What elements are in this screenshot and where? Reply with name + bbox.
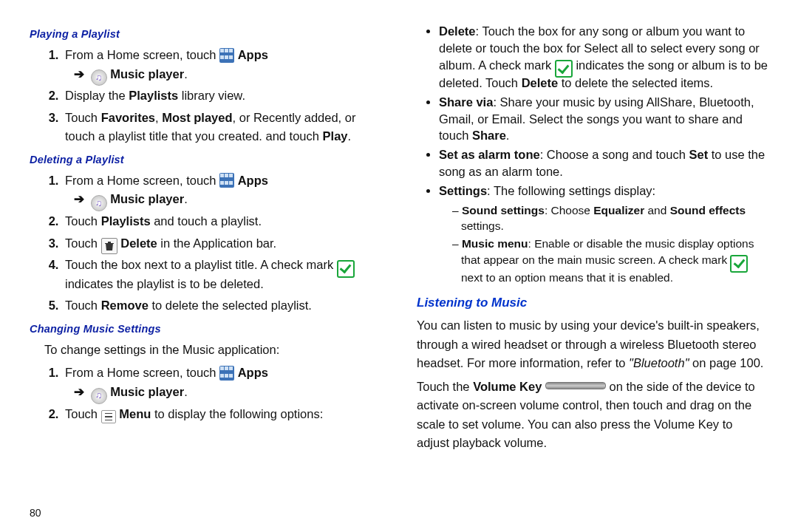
heading-listening: Listening to Music — [417, 296, 768, 310]
bullet-delete: Delete: Touch the box for any song or al… — [439, 23, 768, 92]
bullet-alarm: Set as alarm tone: Choose a song and tou… — [439, 146, 768, 180]
check-icon — [337, 260, 355, 278]
options-bullets: Delete: Touch the box for any song or al… — [417, 23, 768, 285]
settings-sublist: Sound settings: Choose Equalizer and Sou… — [439, 202, 768, 286]
apps-icon — [219, 173, 234, 188]
left-column: Playing a Playlist From a Home screen, t… — [30, 21, 381, 457]
music-icon: ♫ — [91, 388, 107, 404]
trash-icon — [101, 238, 117, 254]
arrow-icon: ➔ — [74, 192, 84, 205]
heading-deleting: Deleting a Playlist — [30, 154, 381, 166]
step: Touch Favorites, Most played, or Recentl… — [62, 109, 381, 146]
step: Touch the box next to a playlist title. … — [62, 256, 381, 293]
deleting-steps: From a Home screen, touch Apps ➔ ♫ Music… — [30, 171, 381, 316]
playing-steps: From a Home screen, touch Apps ➔ ♫ Music… — [30, 46, 381, 146]
changing-intro: To change settings in the Music applicat… — [30, 341, 381, 360]
step: Touch Menu to display the following opti… — [62, 405, 381, 424]
heading-playing: Playing a Playlist — [30, 28, 381, 40]
listening-p1: You can listen to music by using your de… — [417, 316, 768, 373]
dash-sound: Sound settings: Choose Equalizer and Sou… — [452, 202, 768, 234]
arrow-icon: ➔ — [74, 385, 84, 398]
music-icon: ♫ — [91, 195, 107, 211]
check-icon — [555, 60, 573, 78]
check-icon — [730, 255, 748, 273]
music-icon: ♫ — [91, 69, 107, 86]
heading-changing: Changing Music Settings — [30, 323, 381, 335]
bullet-share: Share via: Share your music by using All… — [439, 94, 768, 144]
step: Touch Playlists and touch a playlist. — [62, 212, 381, 231]
right-column: Delete: Touch the box for any song or al… — [417, 21, 768, 457]
bullet-settings: Settings: The following settings display… — [439, 183, 768, 285]
listening-p2: Touch the Volume Key on the side of the … — [417, 378, 768, 453]
step: From a Home screen, touch Apps ➔ ♫ Music… — [62, 171, 381, 209]
changing-steps: From a Home screen, touch Apps ➔ ♫ Music… — [30, 364, 381, 423]
page-number: 80 — [30, 507, 41, 519]
apps-icon — [219, 366, 234, 381]
step: Display the Playlists library view. — [62, 86, 381, 106]
apps-icon — [219, 48, 234, 63]
step: From a Home screen, touch Apps ➔ ♫ Music… — [62, 364, 381, 401]
step: Touch Remove to delete the selected play… — [62, 296, 381, 316]
step: Touch Delete in the Application bar. — [62, 234, 381, 253]
arrow-icon: ➔ — [74, 67, 84, 81]
dash-musicmenu: Music menu: Enable or disable the music … — [452, 236, 768, 285]
menu-icon — [101, 410, 116, 423]
volume-key-icon — [545, 382, 606, 389]
step: From a Home screen, touch Apps ➔ ♫ Music… — [62, 46, 381, 83]
